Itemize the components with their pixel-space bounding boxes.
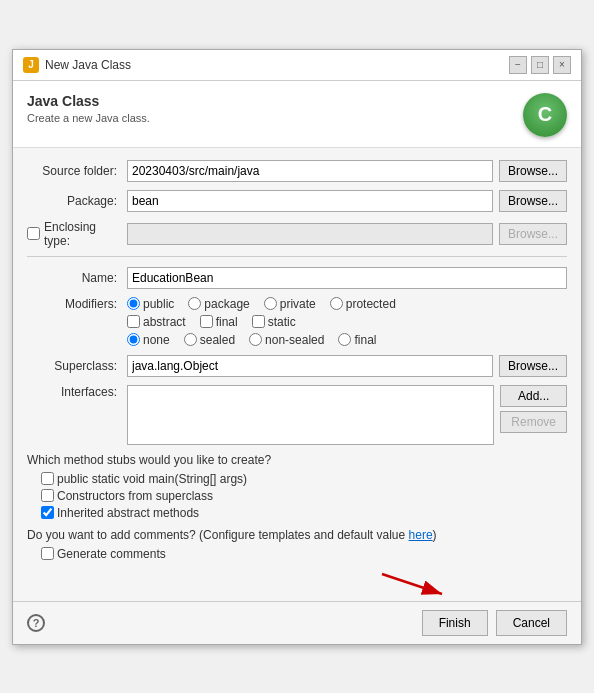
modifier-abstract: abstract <box>127 315 186 329</box>
modifier-public: public <box>127 297 174 311</box>
arrow-container <box>27 569 567 599</box>
modifier-static-checkbox-label: static <box>252 315 296 329</box>
modifier-final-checkbox[interactable] <box>200 315 213 328</box>
help-button[interactable]: ? <box>27 614 45 632</box>
stub-constructors: Constructors from superclass <box>41 489 567 503</box>
comments-title: Do you want to add comments? (Configure … <box>27 528 567 542</box>
cancel-button[interactable]: Cancel <box>496 610 567 636</box>
generate-comments-checkbox[interactable] <box>41 547 54 560</box>
modifier-protected-radio[interactable] <box>330 297 343 310</box>
stub-constructors-checkbox[interactable] <box>41 489 54 502</box>
stubs-checkboxes: public static void main(String[] args) C… <box>41 472 567 520</box>
stubs-title: Which method stubs would you like to cre… <box>27 453 567 467</box>
dialog-footer: ? Finish Cancel <box>13 601 581 644</box>
source-folder-input[interactable] <box>127 160 493 182</box>
package-label: Package: <box>27 194 127 208</box>
interfaces-remove-button[interactable]: Remove <box>500 411 567 433</box>
modifier-none: none <box>127 333 170 347</box>
source-folder-browse-button[interactable]: Browse... <box>499 160 567 182</box>
name-row: Name: <box>27 267 567 289</box>
modifiers-label: Modifiers: <box>27 297 127 311</box>
new-java-class-dialog: J New Java Class − □ × Java Class Create… <box>12 49 582 645</box>
superclass-label: Superclass: <box>27 359 127 373</box>
access-modifiers-row: Modifiers: public package private <box>27 297 567 311</box>
stub-inherited: Inherited abstract methods <box>41 506 567 520</box>
title-bar-controls: − □ × <box>509 56 571 74</box>
dialog-body: Source folder: Browse... Package: Browse… <box>13 148 581 601</box>
java-logo: C <box>523 93 567 137</box>
extra-modifiers-row: abstract final static <box>127 315 567 329</box>
stub-main: public static void main(String[] args) <box>41 472 567 486</box>
finish-button[interactable]: Finish <box>422 610 488 636</box>
modifier-none-radio[interactable] <box>127 333 140 346</box>
comments-link[interactable]: here <box>409 528 433 542</box>
dialog-header: Java Class Create a new Java class. C <box>13 81 581 148</box>
enclosing-type-checkbox[interactable] <box>27 227 40 240</box>
modifier-non-sealed-radio[interactable] <box>249 333 262 346</box>
comments-section: Do you want to add comments? (Configure … <box>27 528 567 561</box>
access-modifiers-group: public package private protected <box>127 297 396 311</box>
package-input-container <box>127 190 493 212</box>
superclass-input[interactable] <box>127 355 493 377</box>
enclosing-type-browse-button[interactable]: Browse... <box>499 223 567 245</box>
modifier-public-radio[interactable] <box>127 297 140 310</box>
name-input[interactable] <box>127 267 567 289</box>
interfaces-list <box>127 385 494 445</box>
dialog-title: New Java Class <box>45 58 131 72</box>
modifier-final-radio-label: final <box>338 333 376 347</box>
header-subtitle: Create a new Java class. <box>27 112 150 124</box>
package-input[interactable] <box>127 190 493 212</box>
superclass-browse-button[interactable]: Browse... <box>499 355 567 377</box>
superclass-input-container <box>127 355 493 377</box>
source-folder-input-container <box>127 160 493 182</box>
dialog-icon: J <box>23 57 39 73</box>
interfaces-label: Interfaces: <box>27 385 127 399</box>
minimize-button[interactable]: − <box>509 56 527 74</box>
modifier-static-checkbox[interactable] <box>252 315 265 328</box>
close-button[interactable]: × <box>553 56 571 74</box>
stubs-section: Which method stubs would you like to cre… <box>27 453 567 520</box>
modifier-private-radio[interactable] <box>264 297 277 310</box>
name-input-container <box>127 267 567 289</box>
enclosing-label-area: Enclosing type: <box>27 220 127 248</box>
header-title: Java Class <box>27 93 150 109</box>
footer-left: ? <box>27 614 45 632</box>
modifier-sealed: sealed <box>184 333 235 347</box>
modifier-final-checkbox-label: final <box>200 315 238 329</box>
generate-comments: Generate comments <box>41 547 567 561</box>
stub-inherited-checkbox[interactable] <box>41 506 54 519</box>
stub-main-checkbox[interactable] <box>41 472 54 485</box>
divider <box>27 256 567 257</box>
package-browse-button[interactable]: Browse... <box>499 190 567 212</box>
header-text: Java Class Create a new Java class. <box>27 93 150 124</box>
sealed-modifiers-row: none sealed non-sealed final <box>127 333 567 347</box>
modifier-sealed-radio[interactable] <box>184 333 197 346</box>
modifier-non-sealed: non-sealed <box>249 333 324 347</box>
modifier-final-radio[interactable] <box>338 333 351 346</box>
maximize-button[interactable]: □ <box>531 56 549 74</box>
interfaces-buttons: Add... Remove <box>500 385 567 433</box>
name-label: Name: <box>27 271 127 285</box>
svg-line-1 <box>382 574 442 594</box>
source-folder-row: Source folder: Browse... <box>27 160 567 182</box>
footer-right: Finish Cancel <box>422 610 567 636</box>
enclosing-type-input[interactable] <box>127 223 493 245</box>
modifier-package: package <box>188 297 249 311</box>
interfaces-row: Interfaces: Add... Remove <box>27 385 567 445</box>
enclosing-type-row: Enclosing type: Browse... <box>27 220 567 248</box>
modifiers-section: Modifiers: public package private <box>27 297 567 347</box>
title-bar-left: J New Java Class <box>23 57 131 73</box>
package-row: Package: Browse... <box>27 190 567 212</box>
enclosing-type-input-container <box>127 223 493 245</box>
modifier-protected: protected <box>330 297 396 311</box>
modifier-package-radio[interactable] <box>188 297 201 310</box>
modifier-private: private <box>264 297 316 311</box>
modifier-abstract-checkbox[interactable] <box>127 315 140 328</box>
enclosing-type-checkbox-label: Enclosing type: <box>27 220 117 248</box>
source-folder-label: Source folder: <box>27 164 127 178</box>
arrow-icon <box>377 569 457 599</box>
title-bar: J New Java Class − □ × <box>13 50 581 81</box>
interfaces-add-button[interactable]: Add... <box>500 385 567 407</box>
superclass-row: Superclass: Browse... <box>27 355 567 377</box>
